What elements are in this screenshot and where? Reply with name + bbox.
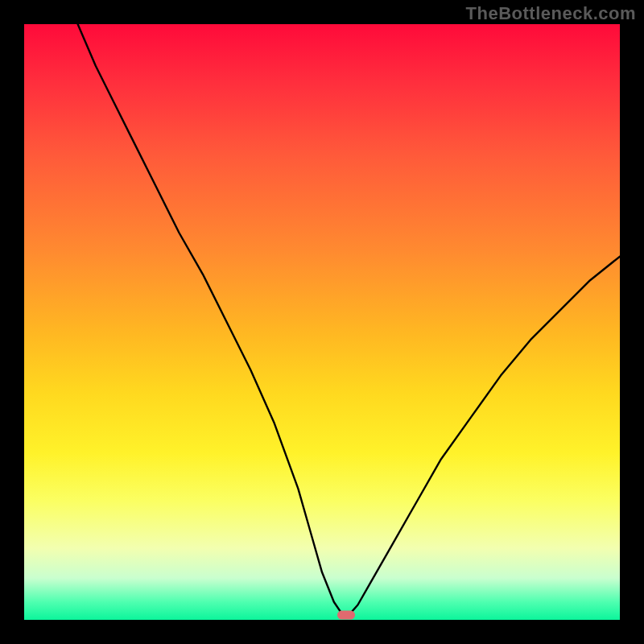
curve-path xyxy=(78,24,620,615)
watermark-text: TheBottleneck.com xyxy=(466,3,636,24)
bottleneck-curve xyxy=(24,24,620,620)
optimum-marker xyxy=(337,611,355,620)
chart-frame: TheBottleneck.com xyxy=(0,0,644,644)
plot-area xyxy=(24,24,620,620)
